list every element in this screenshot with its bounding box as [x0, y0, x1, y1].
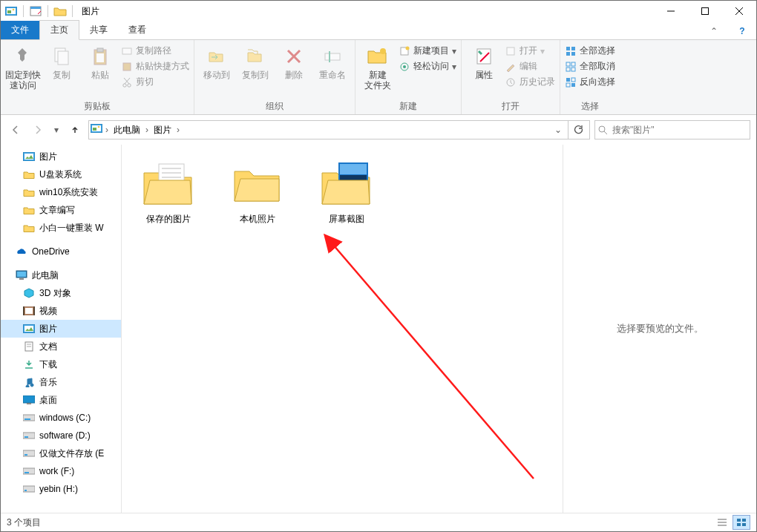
- nav-up-button[interactable]: [66, 121, 84, 139]
- nav-drive-h[interactable]: yebin (H:): [1, 480, 121, 498]
- paste-shortcut-label: 粘贴快捷方式: [136, 60, 189, 73]
- delete-button[interactable]: 删除: [276, 42, 312, 80]
- edit-button[interactable]: 编辑: [505, 60, 555, 73]
- maximize-button[interactable]: [688, 1, 722, 22]
- nav-documents[interactable]: 文档: [1, 338, 121, 355]
- group-label-clipboard: 剪贴板: [5, 99, 189, 113]
- svg-line-51: [604, 131, 607, 134]
- nav-this-pc[interactable]: 此电脑: [1, 266, 121, 284]
- svg-rect-105: [737, 523, 741, 526]
- nav-downloads[interactable]: 下载: [1, 355, 121, 373]
- invert-label: 反向选择: [580, 76, 615, 88]
- tab-file[interactable]: 文件: [1, 21, 39, 39]
- svg-rect-104: [742, 519, 746, 522]
- group-label-new: 新建: [360, 99, 456, 113]
- ribbon-collapse-icon[interactable]: ⌃: [700, 23, 728, 39]
- chevron-right-icon[interactable]: ›: [177, 125, 180, 135]
- nav-pictures-quick[interactable]: 图片: [1, 148, 121, 165]
- search-placeholder: 搜索"图片": [612, 124, 655, 137]
- refresh-button[interactable]: [568, 121, 588, 139]
- nav-onedrive[interactable]: OneDrive: [1, 243, 121, 260]
- select-none-button[interactable]: 全部取消: [565, 60, 615, 73]
- copy-to-button[interactable]: 复制到: [237, 42, 273, 80]
- rename-button[interactable]: 重命名: [315, 42, 350, 80]
- svg-rect-87: [340, 164, 367, 174]
- nav-drive-d[interactable]: software (D:): [1, 427, 121, 444]
- minimize-button[interactable]: [654, 1, 688, 22]
- svg-rect-43: [571, 78, 575, 82]
- select-none-icon: [565, 61, 577, 73]
- close-button[interactable]: [722, 1, 756, 22]
- nav-3d-objects[interactable]: 3D 对象: [1, 284, 121, 302]
- nav-forward-button[interactable]: [29, 121, 47, 139]
- paste-button[interactable]: 粘贴: [82, 42, 118, 80]
- group-label-select: 选择: [565, 99, 615, 113]
- copy-button[interactable]: 复制: [44, 42, 79, 80]
- tab-share[interactable]: 共享: [79, 21, 118, 39]
- ribbon-group-open: 属性 打开 ▾ 编辑 历史记录: [462, 40, 560, 114]
- pin-icon: [11, 45, 35, 68]
- select-none-label: 全部取消: [580, 60, 615, 73]
- move-to-button[interactable]: 移动到: [199, 42, 235, 80]
- nav-music[interactable]: 音乐: [1, 373, 121, 391]
- nav-pictures[interactable]: 图片: [1, 320, 121, 338]
- select-all-button[interactable]: 全部选择: [565, 45, 615, 57]
- nav-xiaobai[interactable]: 小白一键重装 W: [1, 219, 121, 237]
- file-list[interactable]: 保存的图片 本机照片: [122, 145, 563, 513]
- new-item-button[interactable]: 新建项目 ▾: [399, 45, 456, 57]
- nav-drive-c[interactable]: windows (C:): [1, 409, 121, 427]
- easy-access-button[interactable]: 轻松访问 ▾: [399, 60, 456, 73]
- nav-article[interactable]: 文章编写: [1, 201, 121, 219]
- address-bar[interactable]: › 此电脑 › 图片 › ⌄: [88, 120, 590, 139]
- tab-home[interactable]: 主页: [39, 20, 79, 40]
- open-button[interactable]: 打开 ▾: [505, 45, 555, 57]
- copy-to-icon: [243, 45, 267, 68]
- videos-icon: [23, 305, 35, 317]
- svg-rect-36: [566, 52, 570, 56]
- navigation-pane: 图片 U盘装系统 win10系统安装 文章编写 小白一键重装 W OneDriv…: [1, 145, 122, 513]
- tab-view[interactable]: 查看: [118, 21, 157, 39]
- invert-selection-button[interactable]: 反向选择: [565, 76, 615, 88]
- qat-properties-icon[interactable]: [28, 4, 43, 19]
- svg-point-30: [403, 65, 406, 68]
- breadcrumb-current[interactable]: 图片: [151, 124, 174, 137]
- view-details-button[interactable]: [713, 515, 731, 530]
- folder-item[interactable]: 屏幕截图: [313, 158, 380, 226]
- app-icon[interactable]: [4, 4, 19, 19]
- nav-back-button[interactable]: [7, 121, 24, 139]
- breadcrumb-root[interactable]: 此电脑: [111, 124, 142, 137]
- copy-icon: [50, 45, 73, 68]
- svg-rect-55: [17, 272, 26, 277]
- svg-rect-59: [23, 306, 24, 315]
- chevron-right-icon[interactable]: ›: [145, 125, 148, 135]
- help-icon[interactable]: ?: [728, 23, 756, 39]
- svg-rect-39: [571, 62, 575, 66]
- svg-line-20: [125, 78, 130, 84]
- nav-drive-f[interactable]: work (F:): [1, 462, 121, 480]
- history-label: 历史记录: [520, 76, 555, 88]
- nav-usb-install[interactable]: U盘装系统: [1, 165, 121, 183]
- view-thumbnails-button[interactable]: [733, 515, 750, 530]
- copy-path-button[interactable]: 复制路径: [121, 45, 189, 57]
- nav-recent-button[interactable]: ▾: [51, 121, 62, 139]
- nav-videos[interactable]: 视频: [1, 302, 121, 320]
- paste-shortcut-button[interactable]: 粘贴快捷方式: [121, 60, 189, 73]
- nav-desktop[interactable]: 桌面: [1, 391, 121, 409]
- search-box[interactable]: 搜索"图片": [594, 120, 750, 139]
- cut-button[interactable]: 剪切: [121, 76, 189, 88]
- chevron-right-icon[interactable]: ›: [105, 125, 108, 135]
- history-icon: [505, 76, 517, 88]
- address-dropdown-icon[interactable]: ⌄: [551, 125, 565, 135]
- nav-win10-install[interactable]: win10系统安装: [1, 183, 121, 201]
- pin-quick-access-button[interactable]: 固定到快 速访问: [5, 42, 41, 91]
- svg-point-19: [128, 83, 131, 86]
- history-button[interactable]: 历史记录: [505, 76, 555, 88]
- drive-icon: [23, 483, 35, 495]
- nav-drive-e[interactable]: 仅做文件存放 (E: [1, 444, 121, 462]
- folder-item[interactable]: 本机照片: [224, 158, 291, 226]
- properties-button[interactable]: 属性: [466, 42, 502, 80]
- ribbon-group-clipboard: 固定到快 速访问 复制 粘贴 复制路径 粘: [1, 40, 194, 114]
- svg-rect-2: [7, 10, 11, 13]
- new-folder-button[interactable]: 新建 文件夹: [360, 42, 396, 91]
- folder-item[interactable]: 保存的图片: [135, 158, 202, 226]
